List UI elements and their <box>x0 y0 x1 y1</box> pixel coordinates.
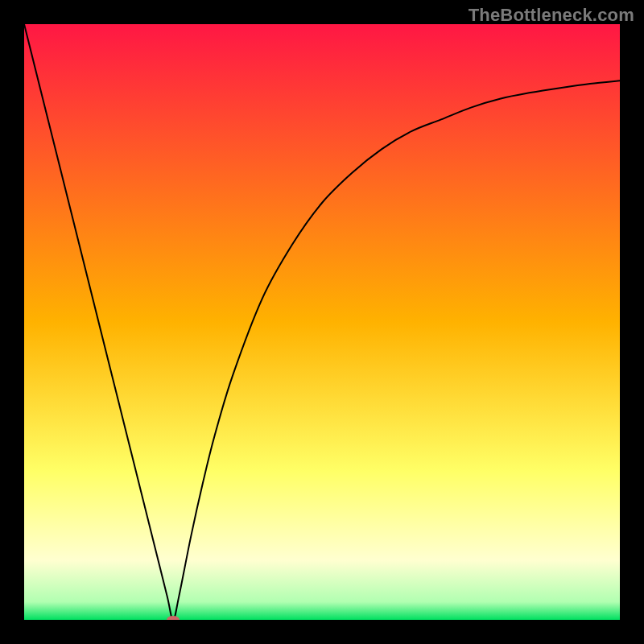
chart-frame: TheBottleneck.com <box>0 0 644 644</box>
watermark-text: TheBottleneck.com <box>469 5 634 26</box>
chart-svg <box>24 24 620 620</box>
plot-area <box>24 24 620 620</box>
gradient-background <box>24 24 620 620</box>
